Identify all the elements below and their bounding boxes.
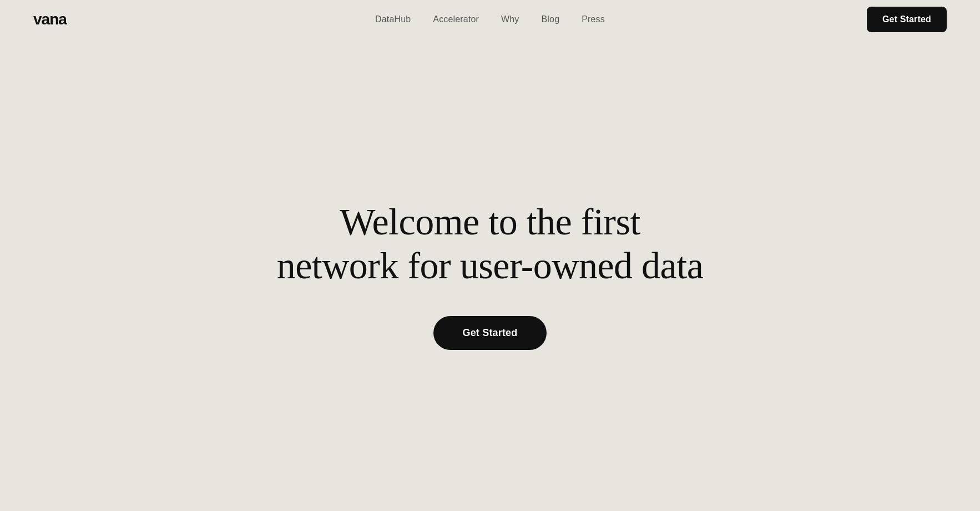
nav-item-blog[interactable]: Blog: [542, 14, 560, 24]
nav-item-accelerator[interactable]: Accelerator: [433, 14, 479, 24]
nav-item-press[interactable]: Press: [582, 14, 605, 24]
nav-item-datahub[interactable]: DataHub: [375, 14, 411, 24]
nav-item-why[interactable]: Why: [501, 14, 519, 24]
hero-title: Welcome to the first network for user-ow…: [277, 200, 704, 287]
header-get-started-button[interactable]: Get Started: [867, 7, 947, 32]
hero-get-started-button[interactable]: Get Started: [433, 316, 546, 350]
logo[interactable]: vana: [33, 11, 67, 28]
